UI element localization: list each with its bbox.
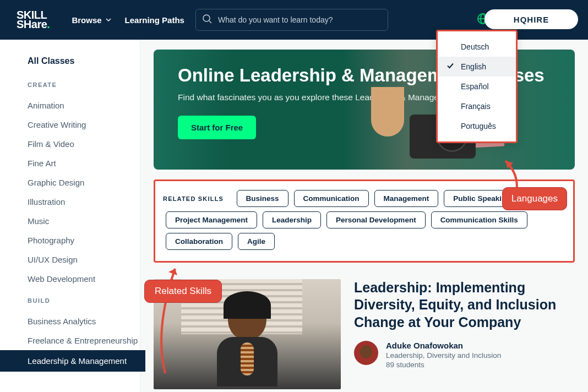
logo[interactable]: SKILL SHare. (17, 10, 50, 29)
category-sidebar: All Classes CREATEAnimationCreative Writ… (0, 40, 140, 392)
course-title[interactable]: Leadership: Implementing Diversity, Equi… (354, 279, 575, 331)
sidebar-item[interactable]: Illustration (28, 192, 140, 211)
language-label: English (461, 62, 486, 71)
language-label: Português (461, 122, 496, 130)
learning-paths-link[interactable]: Learning Paths (125, 15, 184, 25)
sidebar-item[interactable]: Film & Video (28, 134, 140, 154)
skill-pill[interactable]: Communication (294, 190, 369, 207)
search-container (195, 9, 388, 31)
language-option[interactable]: Deutsch (438, 37, 516, 57)
check-icon (447, 62, 454, 72)
skill-pill[interactable]: Collaboration (166, 233, 232, 250)
language-option[interactable]: English (438, 57, 516, 77)
sidebar-item[interactable]: Web Development (28, 269, 140, 288)
sidebar-item[interactable]: Creative Writing (28, 115, 140, 134)
chevron-down-icon (105, 17, 112, 23)
sidebar-item[interactable]: Leadership & Management (0, 350, 145, 372)
skill-pill[interactable]: Communication Skills (431, 211, 527, 228)
language-label: Español (461, 82, 489, 91)
svg-point-0 (203, 15, 210, 21)
language-label: Deutsch (461, 42, 489, 51)
sidebar-section-header: CREATE (28, 81, 140, 88)
skill-pill[interactable]: Project Management (166, 211, 257, 228)
hero-decor-pot (371, 87, 404, 137)
browse-label: Browse (72, 15, 101, 25)
course-students: 89 students (386, 361, 501, 369)
hqhire-badge[interactable]: HQHIRE (484, 9, 578, 29)
sidebar-item[interactable]: Music (28, 211, 140, 231)
language-option[interactable]: Français (438, 96, 516, 116)
annotation-related-skills: Related Skills (144, 280, 222, 303)
author-name[interactable]: Aduke Onafowokan (386, 341, 501, 350)
sidebar-item[interactable]: UI/UX Design (28, 250, 140, 269)
skill-pill[interactable]: Leadership (263, 211, 321, 228)
sidebar-item[interactable]: Freelance & Entrepreneurship (28, 331, 140, 350)
skill-pill[interactable]: Agile (238, 233, 275, 250)
language-option[interactable]: Español (438, 77, 516, 96)
skill-pill[interactable]: Management (374, 190, 439, 207)
search-input[interactable] (195, 9, 388, 31)
author-subtitle: Leadership, Diversity and Inclusion (386, 351, 501, 360)
logo-dot: . (47, 18, 50, 30)
sidebar-item[interactable]: Graphic Design (28, 173, 140, 192)
sidebar-item[interactable]: Photography (28, 231, 140, 250)
language-dropdown: DeutschEnglishEspañolFrançaisPortuguês (436, 30, 518, 143)
author-avatar[interactable] (354, 341, 378, 365)
skill-pill[interactable]: Personal Development (326, 211, 426, 228)
language-label: Français (461, 102, 491, 111)
sidebar-item[interactable]: Business Analytics (28, 312, 140, 331)
related-skills-label: RELATED SKILLS (163, 195, 224, 202)
sidebar-all-classes[interactable]: All Classes (28, 56, 140, 66)
sidebar-item[interactable]: Animation (28, 96, 140, 115)
search-icon (202, 14, 212, 26)
annotation-arrow-languages (500, 158, 522, 191)
sidebar-section-header: BUILD (28, 297, 140, 304)
browse-dropdown[interactable]: Browse (72, 15, 111, 25)
start-free-button[interactable]: Start for Free (178, 116, 256, 139)
svg-line-1 (209, 21, 211, 23)
author-row: Aduke Onafowokan Leadership, Diversity a… (354, 341, 575, 369)
thumb-person (203, 290, 291, 389)
logo-bottom: SHare (17, 18, 47, 30)
main-column: Online Leadership & Management Classes F… (140, 40, 588, 392)
sidebar-item[interactable]: Fine Art (28, 154, 140, 173)
annotation-languages: Languages (502, 187, 567, 210)
language-option[interactable]: Português (438, 116, 516, 136)
course-info: Leadership: Implementing Diversity, Equi… (354, 279, 575, 389)
skill-pill[interactable]: Business (237, 190, 288, 207)
